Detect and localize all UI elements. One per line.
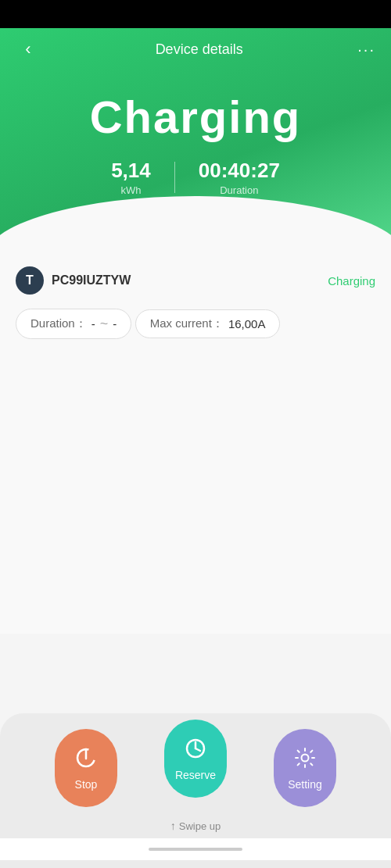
power-icon: [74, 746, 98, 775]
reserve-button[interactable]: Reserve: [164, 729, 227, 807]
device-name: PC99IUZTYW: [52, 273, 131, 288]
device-icon: T: [16, 266, 44, 295]
energy-stat: 5,14 kWh: [88, 159, 174, 196]
duration-pill-label: Duration：: [30, 316, 87, 331]
svg-line-4: [196, 748, 200, 751]
svg-point-5: [302, 754, 309, 761]
device-status-badge: Charging: [328, 274, 375, 288]
stop-label: Stop: [75, 778, 98, 791]
max-current-label: Max current：: [150, 316, 224, 331]
swipe-hint: ↑ Swipe up: [0, 820, 391, 838]
duration-from: -: [91, 317, 95, 330]
device-row: T PC99IUZTYW Charging: [16, 266, 375, 295]
page-title: Device details: [156, 41, 243, 58]
max-current-value: 16,00A: [228, 317, 266, 330]
charging-status: Charging: [0, 91, 391, 143]
duration-to: -: [113, 317, 117, 330]
reserve-button-circle[interactable]: Reserve: [164, 720, 227, 798]
duration-pill[interactable]: Duration： - ~ -: [16, 309, 131, 339]
hero-section: ‹ Device details ··· Charging 5,14 kWh 0…: [0, 28, 391, 243]
action-buttons-row: Stop Reserve: [0, 729, 391, 807]
stop-button-circle[interactable]: Stop: [55, 729, 117, 807]
clock-icon: [184, 737, 207, 766]
home-indicator-bar: [149, 848, 242, 851]
charging-title: Charging: [0, 91, 391, 143]
setting-label: Setting: [288, 778, 322, 791]
status-bar: [0, 0, 391, 28]
duration-stat: 00:40:27 Duration: [175, 159, 303, 196]
setting-button-circle[interactable]: Setting: [274, 729, 336, 807]
home-indicator: [0, 838, 391, 860]
bottom-action-bar: Stop Reserve: [0, 713, 391, 868]
top-bar: ‹ Device details ···: [0, 28, 391, 67]
duration-tilde: ~: [100, 316, 109, 332]
energy-unit: kWh: [111, 184, 151, 196]
reserve-label: Reserve: [175, 769, 216, 781]
device-left: T PC99IUZTYW: [16, 266, 131, 295]
duration-value: 00:40:27: [199, 159, 280, 183]
swipe-up-arrow: ↑: [170, 820, 176, 832]
swipe-up-label: Swipe up: [179, 820, 221, 832]
back-button[interactable]: ‹: [16, 39, 41, 59]
max-current-pill[interactable]: Max current： 16,00A: [135, 309, 281, 338]
duration-label: Duration: [199, 184, 280, 196]
gear-icon: [293, 746, 317, 775]
stop-button[interactable]: Stop: [55, 729, 117, 807]
stats-row: 5,14 kWh 00:40:27 Duration: [0, 159, 391, 196]
content-section: T PC99IUZTYW Charging Duration： - ~ - Ma…: [0, 243, 391, 634]
energy-value: 5,14: [111, 159, 151, 183]
setting-button[interactable]: Setting: [274, 729, 336, 807]
more-options-button[interactable]: ···: [357, 41, 375, 59]
